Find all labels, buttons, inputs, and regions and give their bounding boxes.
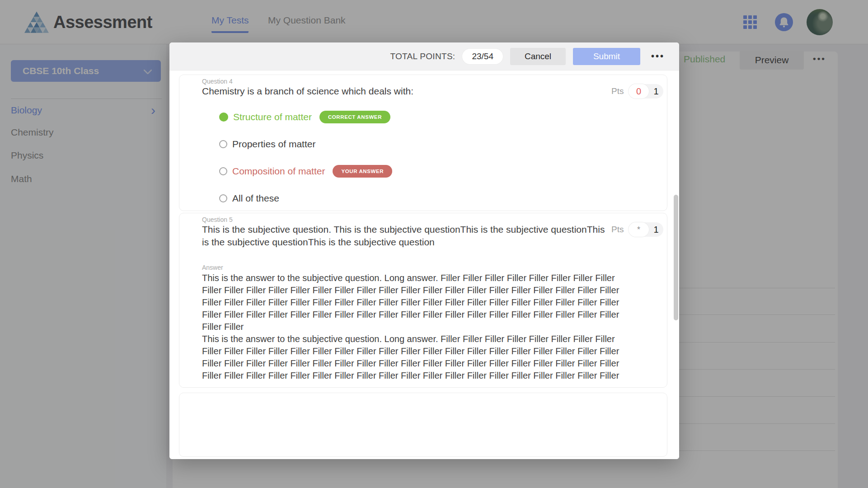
radio-selected-icon[interactable] [219,113,228,122]
points-earned-input[interactable]: * [629,222,649,237]
question-text: Chemistry is a branch of science which d… [202,85,413,98]
option-row: All of these [219,188,279,208]
question-number-label: Question 5 [202,216,233,223]
your-answer-badge: YOUR ANSWER [333,165,392,178]
option-row: Structure of matter CORRECT ANSWER [219,107,390,127]
radio-icon[interactable] [219,194,227,202]
option-text: Composition of matter [232,166,325,177]
radio-icon[interactable] [219,167,227,175]
submit-button[interactable]: Submit [573,48,640,65]
question-card-5: Question 5 This is the subjective questi… [179,213,667,388]
option-text: Structure of matter [233,112,312,122]
answer-text: This is the answer to the subjective que… [202,272,654,382]
correct-answer-badge: CORRECT ANSWER [319,111,390,123]
page: Assessment My Tests My Question Bank CBS [0,0,868,488]
points-max: 1 [649,86,663,97]
modal-header: TOTAL POINTS: 23/54 Cancel Submit ••• [169,42,679,70]
modal-body: Question 4 Chemistry is a branch of scie… [169,70,679,459]
option-text: Properties of matter [232,139,315,150]
more-options-icon[interactable]: ••• [651,51,665,61]
points-earned-input[interactable]: 0 [629,84,649,99]
question-number-label: Question 4 [202,78,233,85]
option-text: All of these [232,193,279,204]
answer-label: Answer [202,264,223,271]
pts-label: Pts [611,225,624,235]
question-text: This is the subjective question. This is… [202,223,611,249]
option-row: Properties of matter [219,134,315,154]
points-pill: * 1 [629,222,663,237]
total-points-label: TOTAL POINTS: [390,52,455,61]
cancel-button[interactable]: Cancel [510,48,566,65]
pts-label: Pts [611,86,624,96]
question-card-empty [179,393,667,457]
total-points-value: 23/54 [462,49,503,64]
radio-icon[interactable] [219,140,227,148]
grading-modal: TOTAL POINTS: 23/54 Cancel Submit ••• Qu… [169,42,679,459]
option-row: Composition of matter YOUR ANSWER [219,161,392,181]
points-pill: 0 1 [629,84,663,99]
points-max: 1 [649,225,663,235]
modal-scrollbar-thumb[interactable] [674,195,678,320]
question-card-4: Question 4 Chemistry is a branch of scie… [179,75,667,211]
